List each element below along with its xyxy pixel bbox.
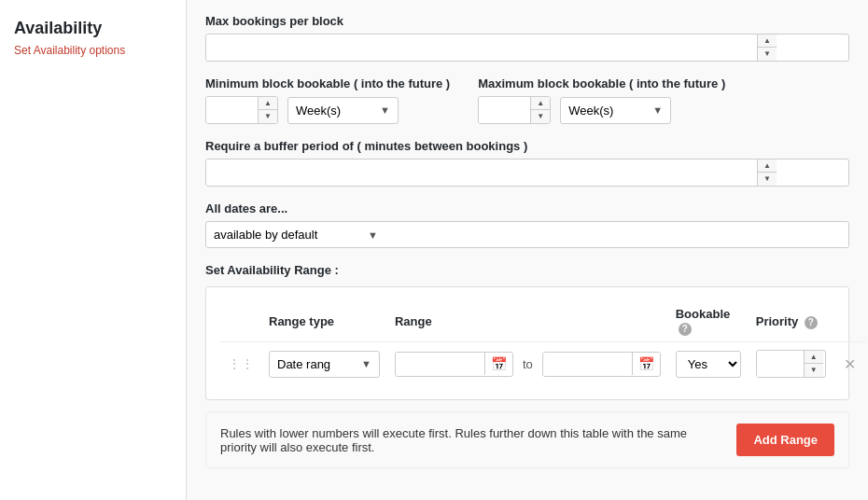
range-inputs: 2016-07-2 📅 to 2016-09 📅 — [395, 352, 661, 377]
priority-help-icon[interactable]: ? — [805, 316, 818, 329]
buffer-spinner-buttons: ▲ ▼ — [757, 160, 777, 186]
all-dates-select[interactable]: available by default not available by de… — [206, 222, 360, 247]
date-from-input[interactable]: 2016-07-2 — [396, 353, 484, 376]
max-bookings-label: Max bookings per block — [205, 14, 849, 28]
drag-handle-cell: ⋮⋮ — [220, 342, 261, 386]
max-block-increment[interactable]: ▲ — [531, 97, 550, 110]
range-type-select-wrap: Date rang Date range Time range Day of w… — [269, 351, 380, 378]
buffer-increment[interactable]: ▲ — [758, 160, 777, 173]
date-to-calendar-icon[interactable]: 📅 — [632, 353, 660, 375]
th-drag — [220, 301, 261, 342]
min-block-input-row: 2 ▲ ▼ Week(s) Day(s) Month(s) ▼ — [205, 96, 450, 124]
range-type-arrow: ▼ — [354, 358, 379, 369]
all-dates-label: All dates are... — [205, 201, 849, 215]
sidebar-subtitle: Set Availability options — [14, 44, 172, 57]
min-block-unit-select[interactable]: Week(s) Day(s) Month(s) — [288, 98, 372, 123]
date-to-input[interactable]: 2016-09 — [543, 353, 632, 376]
buffer-spinner: 3 ▲ ▼ — [205, 159, 849, 187]
range-table-container: Range type Range Bookable ? Priority ? — [205, 286, 849, 400]
max-block-decrement[interactable]: ▼ — [531, 110, 550, 123]
min-block-input[interactable]: 2 — [206, 97, 258, 123]
min-block-spinner: 2 ▲ ▼ — [205, 96, 278, 124]
block-bookable-row: Minimum block bookable ( into the future… — [205, 76, 849, 124]
to-label: to — [523, 357, 533, 371]
all-dates-arrow: ▼ — [360, 229, 385, 241]
sidebar: Availability Set Availability options — [0, 0, 187, 500]
max-block-unit-wrap: Week(s) Day(s) Month(s) ▼ — [560, 97, 671, 124]
add-range-button[interactable]: Add Range — [736, 424, 834, 456]
bookable-select[interactable]: Yes No — [676, 351, 741, 378]
priority-cell: 1 ▲ ▼ — [749, 342, 833, 386]
table-header-row: Range type Range Bookable ? Priority ? — [220, 301, 866, 342]
bookable-help-icon[interactable]: ? — [679, 323, 692, 336]
max-block-unit-arrow: ▼ — [645, 104, 670, 116]
max-block-col: Maximum block bookable ( into the future… — [478, 76, 725, 124]
max-bookings-section: Max bookings per block 2 ▲ ▼ — [205, 14, 849, 62]
max-block-unit-select[interactable]: Week(s) Day(s) Month(s) — [561, 98, 645, 123]
delete-row-button[interactable]: ✕ — [841, 353, 859, 376]
min-block-decrement[interactable]: ▼ — [259, 110, 277, 123]
buffer-input[interactable]: 3 — [206, 160, 757, 186]
range-cell: 2016-07-2 📅 to 2016-09 📅 — [387, 342, 668, 386]
th-delete — [833, 301, 866, 342]
min-block-unit-arrow: ▼ — [372, 104, 398, 116]
delete-cell: ✕ — [833, 342, 866, 386]
drag-handle-icon[interactable]: ⋮⋮ — [228, 356, 254, 371]
th-bookable: Bookable ? — [668, 301, 749, 342]
max-bookings-input[interactable]: 2 — [206, 35, 757, 61]
range-type-cell: Date rang Date range Time range Day of w… — [261, 342, 387, 386]
max-bookings-spinner: 2 ▲ ▼ — [205, 34, 849, 62]
buffer-label: Require a buffer period of ( minutes bet… — [205, 139, 849, 153]
bookable-cell: Yes No — [668, 342, 749, 386]
buffer-decrement[interactable]: ▼ — [758, 173, 777, 186]
min-block-increment[interactable]: ▲ — [259, 97, 277, 110]
min-block-col: Minimum block bookable ( into the future… — [205, 76, 450, 124]
rules-footer: Rules with lower numbers will execute fi… — [205, 411, 849, 468]
priority-decrement[interactable]: ▼ — [805, 364, 823, 377]
table-row: ⋮⋮ Date rang Date range Time range Day o… — [220, 342, 866, 386]
priority-input[interactable]: 1 — [757, 351, 804, 377]
min-block-unit-wrap: Week(s) Day(s) Month(s) ▼ — [287, 97, 399, 124]
date-from-calendar-icon[interactable]: 📅 — [484, 353, 512, 375]
buffer-section: Require a buffer period of ( minutes bet… — [205, 139, 849, 187]
max-block-spinner: 2 ▲ ▼ — [478, 96, 551, 124]
sidebar-title: Availability — [14, 19, 172, 38]
set-range-label: Set Availability Range : — [205, 263, 849, 277]
all-dates-section: All dates are... available by default no… — [205, 201, 849, 248]
max-block-spinner-buttons: ▲ ▼ — [530, 97, 550, 123]
rules-text: Rules with lower numbers will execute fi… — [220, 426, 718, 454]
max-bookings-increment[interactable]: ▲ — [758, 35, 777, 48]
min-block-spinner-buttons: ▲ ▼ — [258, 97, 277, 123]
max-block-label: Maximum block bookable ( into the future… — [478, 76, 725, 90]
max-bookings-spinner-buttons: ▲ ▼ — [757, 35, 777, 61]
date-to-wrap: 2016-09 📅 — [542, 352, 661, 377]
max-block-input[interactable]: 2 — [479, 97, 530, 123]
th-priority: Priority ? — [749, 301, 833, 342]
range-type-select[interactable]: Date rang Date range Time range Day of w… — [270, 352, 354, 377]
all-dates-wrap: available by default not available by de… — [205, 221, 849, 248]
date-from-wrap: 2016-07-2 📅 — [395, 352, 513, 377]
priority-increment[interactable]: ▲ — [805, 351, 823, 364]
th-range-type: Range type — [261, 301, 387, 342]
th-range: Range — [387, 301, 668, 342]
range-table: Range type Range Bookable ? Priority ? — [220, 301, 866, 385]
max-bookings-decrement[interactable]: ▼ — [758, 48, 777, 61]
main-content: Max bookings per block 2 ▲ ▼ Minimum blo… — [187, 0, 868, 500]
priority-spinner-buttons: ▲ ▼ — [804, 351, 823, 377]
availability-range-section: Set Availability Range : Range type Rang… — [205, 263, 849, 468]
priority-spinner: 1 ▲ ▼ — [756, 350, 826, 378]
max-block-input-row: 2 ▲ ▼ Week(s) Day(s) Month(s) ▼ — [478, 96, 725, 124]
min-block-label: Minimum block bookable ( into the future… — [205, 76, 450, 90]
